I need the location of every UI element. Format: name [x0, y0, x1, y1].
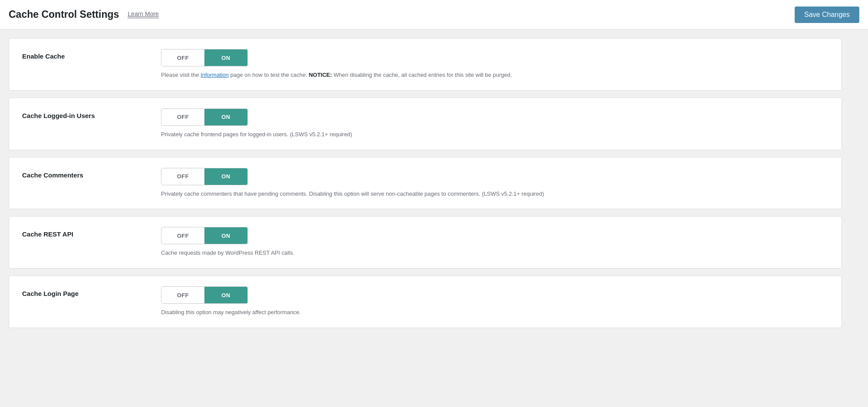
information-link[interactable]: Information	[201, 72, 229, 78]
page-header: Cache Control Settings Learn More Save C…	[0, 0, 868, 30]
settings-container: Enable Cache OFF ON Please visit the Inf…	[0, 30, 851, 337]
setting-control-cache-rest-api: OFF ON Cache requests made by WordPress …	[161, 227, 294, 258]
toggle-off-label: OFF	[161, 168, 204, 185]
toggle-cache-commenters[interactable]: OFF ON	[161, 168, 248, 185]
setting-description-enable-cache: Please visit the Information page on how…	[161, 71, 512, 80]
setting-label-cache-logged-in-users: Cache Logged-in Users	[22, 108, 144, 119]
toggle-off-label: OFF	[161, 287, 204, 303]
page-title: Cache Control Settings	[9, 8, 119, 21]
toggle-enable-cache[interactable]: OFF ON	[161, 49, 248, 66]
setting-row-cache-commenters: Cache Commenters OFF ON Privately cache …	[9, 157, 842, 210]
toggle-off-label: OFF	[161, 227, 204, 244]
setting-row-cache-logged-in-users: Cache Logged-in Users OFF ON Privately c…	[9, 98, 842, 150]
toggle-off-label: OFF	[161, 109, 204, 125]
setting-inner: Cache Login Page OFF ON Disabling this o…	[22, 286, 829, 317]
setting-control-cache-commenters: OFF ON Privately cache commenters that h…	[161, 168, 544, 199]
toggle-on-label: ON	[204, 49, 247, 66]
setting-description-cache-logged-in-users: Privately cache frontend pages for logge…	[161, 130, 352, 139]
toggle-cache-login-page[interactable]: OFF ON	[161, 286, 248, 304]
setting-description-cache-rest-api: Cache requests made by WordPress REST AP…	[161, 249, 294, 258]
toggle-on-label: ON	[204, 287, 247, 303]
page-wrapper: Cache Control Settings Learn More Save C…	[0, 0, 868, 407]
setting-inner: Enable Cache OFF ON Please visit the Inf…	[22, 49, 829, 80]
setting-inner: Cache Commenters OFF ON Privately cache …	[22, 168, 829, 199]
setting-control-cache-login-page: OFF ON Disabling this option may negativ…	[161, 286, 301, 317]
setting-row-cache-rest-api: Cache REST API OFF ON Cache requests mad…	[9, 216, 842, 269]
setting-label-cache-commenters: Cache Commenters	[22, 168, 144, 179]
setting-row-cache-login-page: Cache Login Page OFF ON Disabling this o…	[9, 276, 842, 328]
toggle-cache-rest-api[interactable]: OFF ON	[161, 227, 248, 244]
setting-description-cache-commenters: Privately cache commenters that have pen…	[161, 190, 544, 199]
setting-inner: Cache REST API OFF ON Cache requests mad…	[22, 227, 829, 258]
setting-description-cache-login-page: Disabling this option may negatively aff…	[161, 308, 301, 317]
setting-row-enable-cache: Enable Cache OFF ON Please visit the Inf…	[9, 38, 842, 91]
toggle-off-label: OFF	[161, 49, 204, 66]
header-left: Cache Control Settings Learn More	[9, 8, 159, 21]
setting-inner: Cache Logged-in Users OFF ON Privately c…	[22, 108, 829, 139]
setting-label-enable-cache: Enable Cache	[22, 49, 144, 60]
save-changes-button[interactable]: Save Changes	[795, 7, 859, 23]
toggle-on-label: ON	[204, 109, 247, 125]
learn-more-link[interactable]: Learn More	[128, 10, 159, 18]
setting-control-cache-logged-in-users: OFF ON Privately cache frontend pages fo…	[161, 108, 352, 139]
toggle-cache-logged-in-users[interactable]: OFF ON	[161, 108, 248, 126]
toggle-on-label: ON	[204, 227, 247, 244]
setting-label-cache-rest-api: Cache REST API	[22, 227, 144, 238]
setting-label-cache-login-page: Cache Login Page	[22, 286, 144, 297]
toggle-on-label: ON	[204, 168, 247, 185]
setting-control-enable-cache: OFF ON Please visit the Information page…	[161, 49, 512, 80]
